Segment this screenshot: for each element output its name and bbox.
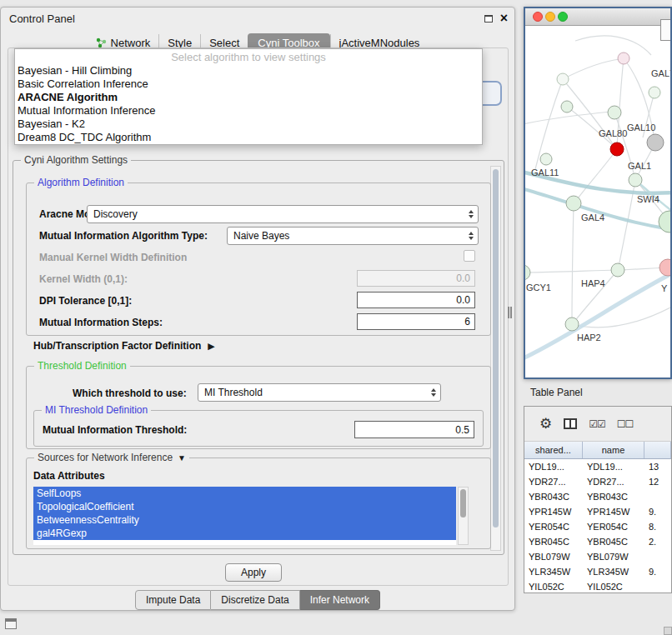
sources-title-row[interactable]: Sources for Network Inference ▼: [34, 452, 189, 463]
gear-icon[interactable]: ⚙: [539, 415, 552, 432]
column-header-shared[interactable]: shared...: [524, 442, 583, 458]
table-row[interactable]: YER054CYER054C8.: [524, 519, 671, 534]
node[interactable]: [618, 52, 629, 64]
mi-threshold-group: MI Threshold Definition Mutual Informati…: [33, 410, 484, 447]
mi-steps-field[interactable]: [357, 313, 475, 330]
mi-steps-label: Mutual Information Steps:: [39, 317, 163, 328]
close-icon[interactable]: ×: [500, 10, 508, 27]
tab-discretize-data[interactable]: Discretize Data: [211, 590, 299, 610]
kernel-width-label: Kernel Width (0,1):: [39, 273, 128, 285]
corner-widget: [664, 627, 672, 635]
node[interactable]: [611, 263, 624, 277]
apply-button[interactable]: Apply: [225, 563, 282, 582]
hub-definition-expander[interactable]: Hub/Transcription Factor Definition ▶: [33, 339, 215, 352]
columns-icon[interactable]: [564, 418, 577, 429]
network-window-titlebar[interactable]: [525, 8, 670, 26]
combo-arrows-icon: [469, 210, 474, 218]
table-row[interactable]: YBR045CYBR045C2.: [524, 534, 671, 549]
table-row[interactable]: YLR345WYLR345W9.: [524, 564, 671, 579]
node[interactable]: [540, 153, 552, 165]
node[interactable]: [566, 196, 581, 211]
node-gray[interactable]: [647, 134, 664, 151]
aracne-mode-value: Discovery: [93, 208, 138, 220]
algorithm-dropdown-popup: Select algorithm to view settings Bayesi…: [14, 48, 483, 145]
attributes-list-scrollbar[interactable]: [458, 487, 469, 545]
column-header-name[interactable]: name: [583, 442, 644, 458]
network-scrollbar-stub[interactable]: [660, 19, 670, 41]
table-row[interactable]: YDL19...YDL19...13: [524, 459, 671, 474]
network-canvas[interactable]: GAL80 GAL10 GAL11 GAL1 SWI4 GAL4 GCY1 HA…: [525, 26, 670, 378]
manual-kernel-width-checkbox[interactable]: [464, 250, 475, 262]
table-row[interactable]: YBR043CYBR043C: [524, 489, 671, 504]
mi-algorithm-type-combobox[interactable]: Naive Bayes: [227, 227, 479, 245]
algorithm-item[interactable]: Basic Correlation Inference: [15, 78, 482, 91]
table-row[interactable]: YBL079WYBL079W: [524, 549, 671, 564]
list-item[interactable]: TopologicalCoefficient: [33, 500, 456, 513]
node[interactable]: [565, 318, 579, 331]
minimize-traffic-button[interactable]: [545, 12, 555, 22]
table-panel-title: Table Panel: [530, 387, 583, 398]
mi-threshold-label: Mutual Information Threshold:: [43, 424, 187, 436]
tab-impute-data[interactable]: Impute Data: [135, 590, 211, 610]
table-row[interactable]: YDR27...YDR27...12: [524, 474, 671, 489]
splitter-handle[interactable]: [508, 307, 512, 318]
node[interactable]: [557, 73, 569, 85]
sources-group: Sources for Network Inference ▼ Data Att…: [26, 458, 491, 549]
node[interactable]: [649, 87, 660, 98]
node-red[interactable]: [610, 142, 624, 156]
which-threshold-value: MI Threshold: [204, 387, 263, 398]
which-threshold-combobox[interactable]: MI Threshold: [198, 383, 441, 402]
node[interactable]: [629, 173, 642, 187]
dpi-tolerance-field[interactable]: [357, 292, 475, 308]
column-header-extra[interactable]: [644, 442, 671, 458]
close-traffic-button[interactable]: [533, 12, 543, 22]
sources-title: Sources for Network Inference: [38, 452, 173, 463]
cyni-algorithm-settings-group: Cyni Algorithm Settings Algorithm Defini…: [13, 160, 504, 555]
settings-scrollbar-thumb[interactable]: [493, 169, 499, 528]
data-attributes-label: Data Attributes: [33, 470, 105, 482]
mi-threshold-field[interactable]: [354, 421, 474, 438]
collapsed-panel-icon[interactable]: [5, 618, 17, 629]
control-panel-titlebar[interactable]: Control Panel ×: [1, 8, 514, 29]
aracne-mode-combobox[interactable]: Discovery: [87, 205, 479, 223]
list-item[interactable]: gal4RGexp: [33, 527, 456, 540]
algorithm-definition-group: Algorithm Definition Aracne Mode: Discov…: [26, 182, 491, 336]
node[interactable]: [608, 106, 621, 119]
table-row[interactable]: YPR145WYPR145W9.: [524, 504, 671, 519]
manual-kernel-width-label: Manual Kernel Width Definition: [39, 252, 187, 263]
mi-algorithm-type-value: Naive Bayes: [233, 230, 289, 242]
tab-infer-network[interactable]: Infer Network: [300, 590, 380, 610]
control-panel-window: Control Panel × Network Style Select Cyn…: [0, 7, 515, 611]
float-icon[interactable]: [484, 15, 493, 22]
algorithm-item-selected[interactable]: ARACNE Algorithm: [15, 91, 482, 104]
show-columns-icon[interactable]: ☑☑: [589, 418, 605, 430]
node[interactable]: [525, 265, 530, 280]
threshold-definition-group: Threshold Definition Which threshold to …: [26, 366, 491, 449]
network-view-window: GAL80 GAL10 GAL11 GAL1 SWI4 GAL4 GCY1 HA…: [524, 7, 672, 379]
network-icon: [96, 38, 107, 48]
kernel-width-field: [357, 270, 475, 287]
algorithm-item[interactable]: Bayesian - Hill Climbing: [15, 64, 482, 78]
algorithm-definition-title: Algorithm Definition: [34, 177, 128, 188]
zoom-traffic-button[interactable]: [558, 12, 568, 22]
algorithm-item[interactable]: Dream8 DC_TDC Algorithm: [15, 131, 482, 144]
attributes-list[interactable]: SelfLoops TopologicalCoefficient Between…: [33, 487, 456, 545]
settings-scrollbar[interactable]: [490, 166, 501, 551]
list-item[interactable]: BetweennessCentrality: [33, 513, 456, 527]
node-label: Y: [661, 283, 668, 293]
algorithm-item[interactable]: Mutual Information Inference: [15, 104, 482, 118]
attributes-scrollbar-thumb[interactable]: [460, 489, 466, 518]
table-row[interactable]: YIL052CYIL052C: [524, 579, 671, 593]
list-item[interactable]: SelfLoops: [33, 487, 456, 500]
node-label: GAL7: [651, 68, 670, 78]
hide-columns-icon[interactable]: ☐☐: [617, 418, 634, 430]
node-pink[interactable]: [659, 259, 670, 276]
algorithm-item[interactable]: Bayesian - K2: [15, 118, 482, 131]
node-label: SWI4: [637, 194, 659, 204]
node-label: HAP2: [577, 332, 601, 342]
chevron-right-icon: ▶: [208, 341, 214, 352]
chevron-down-icon: ▼: [178, 453, 186, 462]
network-graph: GAL80 GAL10 GAL11 GAL1 SWI4 GAL4 GCY1 HA…: [525, 26, 670, 378]
combo-arrows-icon: [431, 388, 436, 397]
node[interactable]: [561, 101, 573, 112]
